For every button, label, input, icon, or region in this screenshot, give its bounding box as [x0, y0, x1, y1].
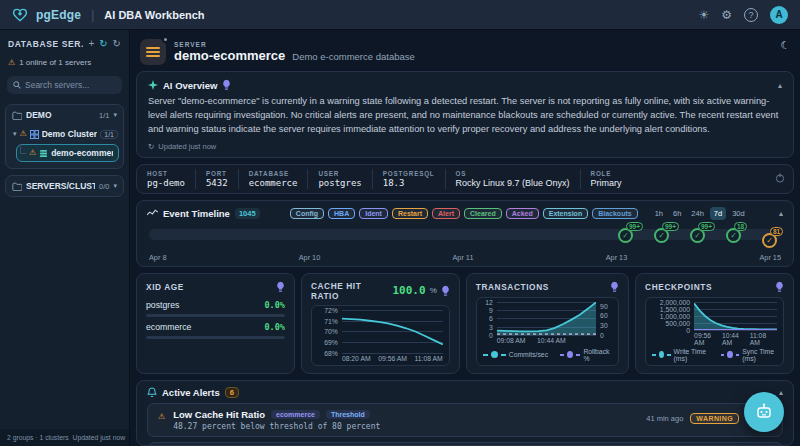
server-header: SERVER demo-ecommerceDemo e-commerce dat…: [136, 35, 794, 65]
pgedge-logo-icon: [12, 7, 28, 23]
chevron-down-icon[interactable]: ▾: [113, 111, 117, 119]
collapse-chevron-icon[interactable]: ▴: [779, 209, 783, 218]
alerts-count-badge: 6: [225, 387, 239, 398]
timeline-tag-filters: Config HBA Ident Restart Alert Cleared A…: [290, 208, 638, 219]
info-postgresql: POSTGRESQL 18.3: [373, 169, 446, 189]
lightbulb-icon[interactable]: [775, 281, 784, 293]
cluster-expand-icon[interactable]: ▾: [13, 130, 17, 138]
tag-cleared[interactable]: Cleared: [464, 208, 502, 219]
topbar-divider: |: [91, 8, 94, 22]
server-status-dot: [162, 36, 169, 43]
checkpoints-x-axis: 09:56 AM 10:44 AM 11:08 AM: [694, 332, 777, 346]
server-subtitle: Demo e-commerce database: [292, 51, 415, 62]
range-1h[interactable]: 1h: [651, 207, 667, 220]
xid-age-title: XID AGE: [146, 282, 184, 292]
event-cluster-badge[interactable]: ✓ 99+: [690, 228, 705, 248]
cluster-count-badge: 1/1: [100, 130, 118, 139]
tag-ident[interactable]: Ident: [359, 208, 388, 219]
lightbulb-icon[interactable]: [276, 281, 285, 293]
timeline-date-axis: Apr 8 Apr 10 Apr 11 Apr 13 Apr 15: [147, 251, 783, 262]
tag-hba[interactable]: HBA: [328, 208, 355, 219]
checkpoints-legend: Write Time (ms) Sync Time (ms): [652, 348, 777, 362]
sidebar-updated-text: Updated just now: [73, 434, 126, 441]
robot-icon: [754, 403, 774, 421]
tag-restart[interactable]: Restart: [392, 208, 428, 219]
cluster-warning-icon: ⚠: [20, 130, 27, 138]
alert-description: 48.27 percent below threshold of 80 perc…: [173, 422, 638, 431]
tree-connector: [20, 144, 26, 154]
lightbulb-icon[interactable]: [222, 79, 231, 91]
severity-badge: WARNING: [690, 413, 739, 424]
dark-mode-moon-icon[interactable]: ☾: [780, 39, 790, 52]
ai-assistant-fab[interactable]: [744, 392, 784, 432]
event-cluster-badge[interactable]: ✓ 99+: [654, 228, 669, 248]
xid-age-card: XID AGE postgres 0.0% ecommerce 0.0%: [136, 273, 295, 374]
group-servers-count: 0/0: [99, 182, 109, 191]
page-title: demo-ecommerceDemo e-commerce database: [174, 48, 415, 63]
transactions-title: TRANSACTIONS: [476, 282, 549, 292]
event-timeline-card: Event Timeline 1045 Config HBA Ident Res…: [136, 200, 794, 267]
server-warning-icon: ⚠: [8, 59, 15, 67]
tag-blackouts[interactable]: Blackouts: [592, 208, 637, 219]
cluster-item[interactable]: ▾ ⚠ Demo Cluster 1/1: [6, 125, 123, 143]
alert-time: 41 min ago: [646, 414, 683, 423]
add-server-icon[interactable]: +: [88, 39, 94, 49]
event-cluster-badge[interactable]: ✓ 18: [726, 228, 741, 248]
event-cluster-badge[interactable]: ✓ 81: [762, 233, 777, 248]
lightbulb-icon[interactable]: [610, 281, 619, 293]
sidebar-panel-title: DATABASE SER...: [8, 39, 83, 49]
help-icon[interactable]: ?: [744, 8, 758, 22]
brand-name[interactable]: pgEdge: [36, 8, 81, 22]
alert-title: Low Cache Hit Ratio: [173, 409, 265, 420]
sparkle-icon: [148, 80, 158, 90]
info-role: ROLE Primary: [581, 169, 632, 189]
refresh-icon[interactable]: ↻: [148, 142, 154, 151]
group-demo-header[interactable]: DEMO 1/1 ▾: [6, 105, 123, 125]
tag-config[interactable]: Config: [290, 208, 324, 219]
alerts-title: Active Alerts: [162, 387, 220, 398]
group-servers-clusters: SERVERS/CLUSTE... 0/0 ▾: [5, 175, 124, 197]
timeline-title: Event Timeline: [163, 208, 230, 219]
range-30d[interactable]: 30d: [728, 207, 749, 220]
range-7d[interactable]: 7d: [710, 207, 726, 220]
timeline-track[interactable]: ✓ 99+ ✓ 99+ ✓ 99+ ✓ 18: [147, 227, 783, 251]
collapse-chevron-icon[interactable]: ▴: [779, 388, 783, 397]
lightbulb-icon[interactable]: [441, 285, 450, 297]
refresh-icon[interactable]: ↻: [113, 39, 121, 49]
range-6h[interactable]: 6h: [669, 207, 685, 220]
tag-alert[interactable]: Alert: [432, 208, 460, 219]
info-host: HOST pg-demo: [137, 169, 196, 189]
folder-icon: [12, 111, 22, 120]
chevron-down-icon[interactable]: ▾: [113, 182, 117, 190]
server-search[interactable]: [7, 76, 122, 94]
sidebar: DATABASE SER... + ↻ ↻ ⚠ 1 online of 1 se…: [0, 30, 130, 446]
transactions-chart: 12 9 6 3 0 90 60 30 0: [497, 302, 596, 335]
group-demo-count: 1/1: [99, 111, 109, 120]
collapse-chevron-icon[interactable]: ▴: [778, 81, 782, 90]
search-input[interactable]: [25, 80, 111, 90]
server-item-label: demo-ecommerce: [51, 148, 113, 158]
group-servers-header[interactable]: SERVERS/CLUSTE... 0/0 ▾: [6, 176, 123, 196]
folder-icon: [12, 182, 22, 191]
alert-row-temp-files[interactable]: ⚠ Temporary Files Created ecommerce Thre…: [147, 442, 783, 446]
event-cluster-badge[interactable]: ✓ 99+: [618, 228, 633, 248]
alert-db-tag: ecommerce: [271, 410, 320, 419]
user-avatar[interactable]: A: [770, 6, 788, 24]
ai-overview-card: AI Overview ▴ Server "demo-ecommerce" is…: [136, 71, 794, 158]
sync-icon[interactable]: ↻: [99, 39, 107, 49]
tag-extension[interactable]: Extension: [543, 208, 588, 219]
checkpoints-card: CHECKPOINTS 2,000,000 1,500,000 1,000,00…: [635, 273, 794, 374]
sidebar-item-demo-ecommerce[interactable]: ⚠ demo-ecommerce: [16, 144, 119, 162]
alert-row-low-cache-hit[interactable]: ⚠ Low Cache Hit Ratio ecommerce Threshol…: [147, 403, 783, 437]
cluster-icon: [30, 130, 39, 139]
checkpoints-chart: 2,000,000 1,500,000 1,000,000 500,000 0: [694, 302, 777, 330]
theme-sun-icon[interactable]: ☀: [698, 9, 709, 21]
range-24h[interactable]: 24h: [687, 207, 708, 220]
ai-overview-body: Server "demo-ecommerce" is currently in …: [148, 95, 782, 137]
transactions-card: TRANSACTIONS 12 9 6 3 0 90 60: [466, 273, 629, 374]
settings-gear-icon[interactable]: ⚙: [721, 9, 732, 21]
tag-acked[interactable]: Acked: [506, 208, 539, 219]
server-info-bar: HOST pg-demo PORT 5432 DATABASE ecommerc…: [136, 164, 794, 194]
cache-current-value: 100.0: [393, 284, 426, 297]
sidebar-footer: 2 groups · 1 clusters Updated just now: [0, 429, 129, 446]
